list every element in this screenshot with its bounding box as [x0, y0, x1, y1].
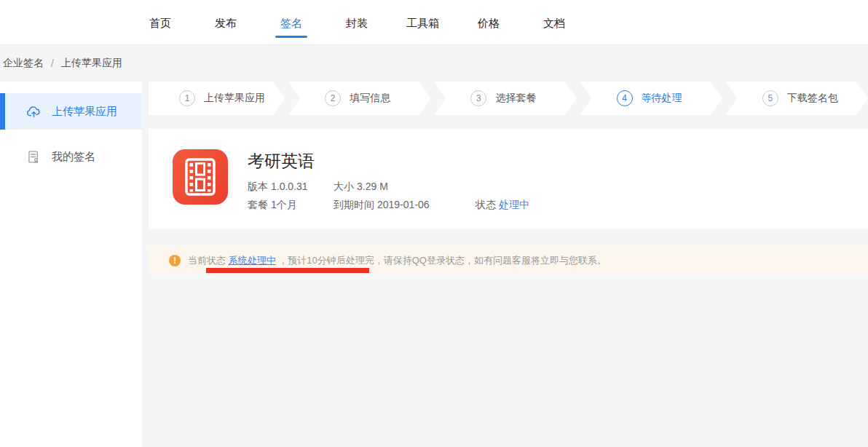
main-panel: 1 上传苹果应用 2 填写信息 3 选择套餐 4 等待处理 5 下载签名包	[149, 82, 868, 447]
app-title: 考研英语	[248, 151, 529, 171]
app-details: 版本1.0.0.31 大小3.29 M 套餐1个月 到期时间2019-01-06	[248, 181, 529, 212]
step-number: 2	[325, 90, 341, 106]
nav-item-toolbox[interactable]: 工具箱	[406, 0, 439, 44]
nav-item-publish[interactable]: 发布	[210, 0, 242, 44]
step-1-upload: 1 上传苹果应用	[149, 82, 285, 115]
warning-icon: !	[169, 255, 181, 266]
step-label: 选择套餐	[495, 92, 536, 105]
nav-item-signature[interactable]: 签名	[275, 0, 307, 44]
step-4-waiting: 4 等待处理	[580, 82, 722, 115]
nav-item-package[interactable]: 封装	[341, 0, 373, 44]
sidebar-item-my-signatures[interactable]: 我的签名	[0, 138, 142, 175]
breadcrumb-current: 上传苹果应用	[61, 57, 122, 70]
breadcrumb: 企业签名 / 上传苹果应用	[0, 45, 868, 82]
nav-label: 发布	[215, 17, 237, 31]
app-size: 大小3.29 M	[334, 181, 476, 194]
status-link[interactable]: 系统处理中	[229, 255, 276, 266]
nav-label: 封装	[346, 17, 368, 31]
nav-label: 价格	[478, 17, 500, 31]
cloud-upload-icon	[26, 104, 42, 119]
step-3-choose-plan: 3 选择套餐	[434, 82, 576, 115]
page: 首页 发布 签名 封装 工具箱 价格 文档 企业签名 / 上传苹果应	[0, 0, 868, 447]
breadcrumb-separator: /	[51, 58, 54, 69]
sidebar-item-label: 上传苹果应用	[52, 105, 117, 119]
content-area: 上传苹果应用 我的签名 1 上传苹果应用	[0, 82, 868, 447]
step-label: 上传苹果应用	[204, 92, 265, 105]
film-icon	[173, 149, 228, 205]
nav-item-home[interactable]: 首页	[144, 0, 176, 44]
app-card: 考研英语 版本1.0.0.31 大小3.29 M 套餐1个月	[149, 129, 868, 229]
app-status: 状态处理中	[476, 199, 529, 212]
app-plan: 套餐1个月	[248, 199, 334, 212]
step-number: 1	[179, 90, 195, 106]
step-number: 4	[617, 90, 633, 106]
step-2-fill-info: 2 填写信息	[288, 82, 430, 115]
annotation-red-underline	[206, 268, 369, 273]
app-version: 版本1.0.0.31	[248, 181, 334, 194]
app-expire: 到期时间2019-01-06	[334, 199, 476, 212]
step-number: 5	[762, 90, 778, 106]
step-label: 填写信息	[350, 92, 390, 105]
banner-text: 当前状态 系统处理中 ，预计10分钟后处理完，请保持QQ登录状态，如有问题客服将…	[188, 254, 607, 267]
app-status-value[interactable]: 处理中	[499, 199, 529, 210]
step-5-download: 5 下载签名包	[726, 82, 868, 115]
nav-item-price[interactable]: 价格	[473, 0, 505, 44]
signature-doc-icon	[26, 149, 42, 165]
app-icon	[173, 149, 228, 205]
main-nav: 首页 发布 签名 封装 工具箱 价格 文档	[144, 0, 570, 44]
sidebar: 上传苹果应用 我的签名	[0, 82, 142, 447]
banner-prefix: 当前状态	[188, 255, 229, 266]
nav-label: 文档	[543, 17, 565, 31]
active-indicator	[0, 93, 5, 130]
sidebar-item-label: 我的签名	[52, 150, 95, 164]
banner-suffix: ，预计10分钟后处理完，请保持QQ登录状态，如有问题客服将立即与您联系。	[276, 255, 607, 266]
step-label: 下载签名包	[787, 92, 838, 105]
steps-bar: 1 上传苹果应用 2 填写信息 3 选择套餐 4 等待处理 5 下载签名包	[149, 82, 868, 115]
sidebar-item-upload-apple-app[interactable]: 上传苹果应用	[0, 93, 142, 130]
step-number: 3	[470, 90, 486, 106]
nav-label: 工具箱	[406, 17, 439, 31]
breadcrumb-parent[interactable]: 企业签名	[3, 57, 44, 70]
nav-label: 签名	[280, 17, 302, 31]
step-label: 等待处理	[642, 92, 682, 105]
nav-label: 首页	[149, 17, 171, 31]
app-info: 考研英语 版本1.0.0.31 大小3.29 M 套餐1个月	[248, 149, 529, 229]
top-nav: 首页 发布 签名 封装 工具箱 价格 文档	[0, 0, 868, 45]
nav-item-docs[interactable]: 文档	[538, 0, 570, 44]
